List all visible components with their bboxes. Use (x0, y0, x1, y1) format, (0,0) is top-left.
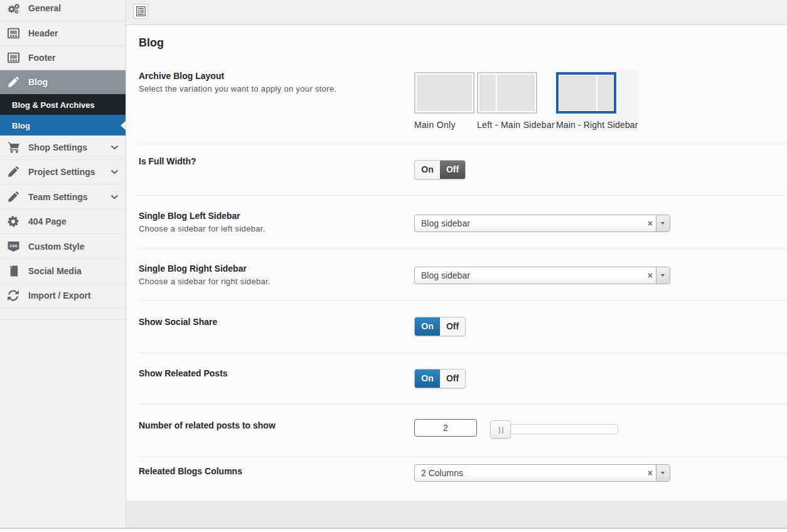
svg-text:css: css (9, 243, 17, 248)
